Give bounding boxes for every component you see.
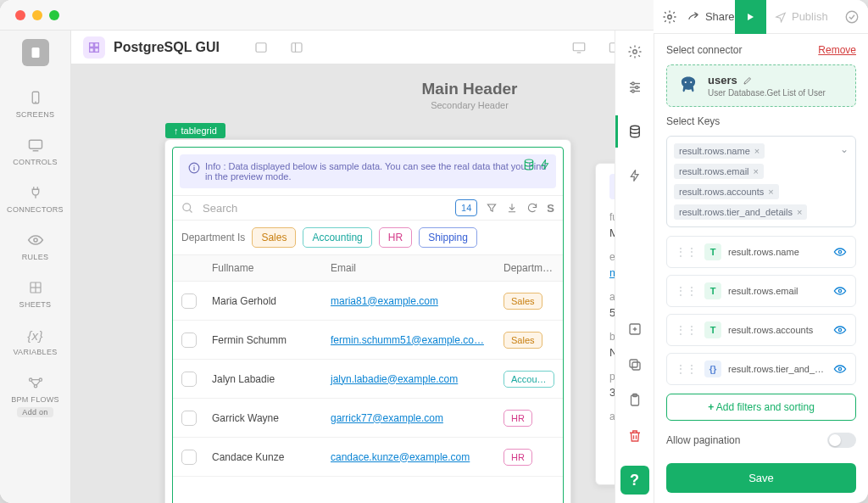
cell-email[interactable]: maria81@example.com [331,295,438,307]
clipboard-icon[interactable] [627,393,643,408]
col-department[interactable]: Departm… [504,255,563,281]
sort-letter[interactable]: S [547,202,554,215]
eye-icon[interactable] [833,364,847,374]
count-badge[interactable]: 14 [455,199,477,216]
filter-chip[interactable]: Sales [252,227,296,248]
table-row[interactable]: Candace Kunzecandace.kunze@example.comHR [173,438,563,477]
refresh-icon[interactable] [526,202,538,214]
window-close-dot[interactable] [15,10,25,20]
chevron-down-icon[interactable]: ⌄ [840,143,849,155]
device-desktop-icon[interactable] [571,41,587,54]
lightning-tab[interactable] [628,168,642,183]
table-row[interactable]: Jalyn Labadiejalyn.labadie@example.comAc… [173,360,563,399]
svg-point-10 [39,378,42,381]
grip-icon[interactable]: ⋮⋮ [676,285,698,297]
nav-rules[interactable]: RULES [0,224,70,271]
download-icon[interactable] [506,202,518,214]
save-button[interactable]: Save [666,463,856,493]
svg-rect-14 [90,48,94,52]
db-icon[interactable] [522,158,536,171]
search-input[interactable]: Search [181,202,447,215]
token-remove-icon[interactable]: × [768,187,773,197]
row-checkbox[interactable] [181,450,197,465]
grip-icon[interactable]: ⋮⋮ [676,324,698,336]
nav-sheets[interactable]: SHEETS [0,271,70,319]
tablegrid-tag[interactable]: ↑ tablegrid [165,123,225,138]
key-item[interactable]: ⋮⋮Tresult.rows.email [666,275,856,307]
eye-icon[interactable] [833,325,847,335]
cell-dept: HR [504,449,532,466]
key-item[interactable]: ⋮⋮Tresult.rows.accounts [666,314,856,346]
col-fullname[interactable]: Fullname [205,255,324,281]
grip-icon[interactable]: ⋮⋮ [676,246,698,258]
db-tab[interactable] [615,115,654,148]
nav-variables[interactable]: {x} VARIABLES [0,319,70,366]
cell-dept: Accou… [504,371,554,388]
share-button[interactable]: Share [687,10,735,23]
layout-1-icon[interactable] [253,40,269,55]
gear-icon[interactable] [627,44,643,59]
key-token[interactable]: result.rows.name× [674,143,765,159]
svg-rect-44 [632,362,640,370]
row-checkbox[interactable] [181,372,197,387]
select-keys-box[interactable]: ⌄ result.rows.name×result.rows.email×res… [666,136,856,227]
row-checkbox[interactable] [181,333,197,348]
check-button[interactable] [837,9,868,25]
eye-icon[interactable] [833,286,847,296]
key-label: result.rows.tier_and_detai… [728,364,826,374]
sliders-icon[interactable] [627,80,643,95]
pagination-toggle[interactable] [827,433,856,448]
nav-bpm-flows[interactable]: BPM FLOWS Add on [0,366,70,428]
remove-link[interactable]: Remove [818,44,856,56]
grip-icon[interactable]: ⋮⋮ [676,363,698,375]
nav-screens[interactable]: SCREENS [0,81,70,129]
table-row[interactable]: Maria Gerholdmaria81@example.comSales [173,282,563,321]
window-max-dot[interactable] [49,10,59,20]
table-row[interactable]: Garrick Waynegarrick77@example.comHR [173,399,563,438]
key-token[interactable]: result.rows.accounts× [674,184,779,199]
monitor-icon [0,136,70,154]
row-checkbox[interactable] [181,411,197,426]
selected-connector[interactable]: users User Database.Get List of User [666,64,856,107]
token-remove-icon[interactable]: × [754,146,760,156]
layout-2-icon[interactable] [289,40,304,55]
trash-icon[interactable] [627,428,643,444]
token-remove-icon[interactable]: × [754,166,759,176]
filter-chip[interactable]: Shipping [419,227,477,248]
token-remove-icon[interactable]: × [797,207,802,217]
window-min-dot[interactable] [32,10,42,20]
play-button[interactable] [735,0,766,34]
key-item[interactable]: ⋮⋮{}result.rows.tier_and_detai… [666,353,856,385]
publish-button[interactable]: Publish [766,10,837,23]
table-row[interactable]: Fermin Schummfermin.schumm51@example.co…… [173,321,563,360]
filter-chip[interactable]: HR [379,227,412,248]
tablegrid-card: ↑ tablegrid Info : Data displayed below … [164,139,571,503]
key-item[interactable]: ⋮⋮Tresult.rows.name [666,236,856,268]
filter-chip[interactable]: Accounting [303,227,371,248]
settings-button[interactable] [654,9,687,25]
nav-connectors[interactable]: CONNECTORS [0,176,70,224]
cell-email[interactable]: fermin.schumm51@example.co… [331,334,484,346]
key-token[interactable]: result.rows.email× [674,164,764,179]
filter-icon[interactable] [486,202,498,214]
add-panel-icon[interactable] [627,321,643,337]
cell-email[interactable]: jalyn.labadie@example.com [331,373,458,385]
app-icon[interactable] [83,36,105,59]
key-label: result.rows.email [728,286,826,296]
copy-icon[interactable] [627,357,643,372]
row-checkbox[interactable] [181,293,197,309]
right-panel: Select connector Remove users User Datab… [654,34,868,503]
elephant-icon [677,75,699,97]
nav-controls[interactable]: CONTROLS [0,129,70,176]
eye-icon[interactable] [833,247,847,257]
app-title: PostgreSQL GUI [114,40,220,55]
cell-email[interactable]: candace.kunze@example.com [331,451,470,463]
lightning-icon[interactable] [539,158,551,171]
help-button[interactable]: ? [620,466,649,495]
app-logo[interactable] [22,39,49,66]
cell-email[interactable]: garrick77@example.com [331,412,443,424]
pencil-icon[interactable] [743,75,753,86]
col-email[interactable]: Email [324,255,504,281]
key-token[interactable]: result.rows.tier_and_details× [674,204,807,220]
add-filters-button[interactable]: + Add filters and sorting [666,394,856,421]
